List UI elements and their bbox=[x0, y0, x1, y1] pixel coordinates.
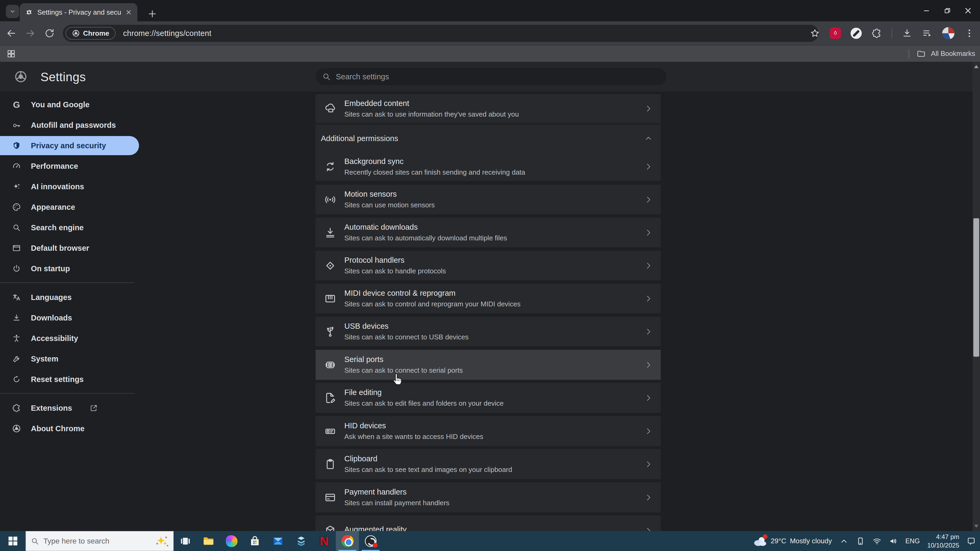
sidebar-item-privacy-and-security[interactable]: Privacy and security bbox=[0, 136, 139, 155]
tab-title: Settings - Privacy and security bbox=[37, 8, 121, 16]
weather-widget[interactable]: 29°C Mostly cloudy bbox=[753, 535, 832, 547]
permission-row-background-sync[interactable]: Background sync Recently closed sites ca… bbox=[316, 152, 661, 181]
sidebar-item-accessibility[interactable]: Accessibility bbox=[0, 329, 139, 348]
start-button[interactable] bbox=[0, 531, 25, 551]
permission-desc: Sites can ask to control and reprogram y… bbox=[344, 300, 644, 308]
section-additional-permissions[interactable]: Additional permissions bbox=[316, 125, 661, 152]
window-close-button[interactable] bbox=[958, 0, 978, 21]
permission-row-automatic-downloads[interactable]: Automatic downloads Sites can ask to aut… bbox=[316, 218, 661, 247]
bookmarks-bar: All Bookmarks bbox=[0, 45, 980, 62]
scrollbar-down-arrow-icon[interactable] bbox=[974, 525, 978, 528]
window-restore-button[interactable] bbox=[937, 0, 958, 21]
sidebar-item-default-browser[interactable]: Default browser bbox=[0, 238, 139, 258]
shield-icon bbox=[12, 141, 21, 151]
chrome-icon bbox=[341, 535, 354, 547]
permission-title: USB devices bbox=[344, 322, 644, 330]
taskbar-search-box[interactable] bbox=[25, 531, 173, 551]
permission-row-file-editing[interactable]: File editing Sites can ask to edit files… bbox=[316, 383, 661, 413]
page-scrollbar[interactable] bbox=[972, 62, 980, 531]
permission-row-hid-devices[interactable]: HID devices Ask when a site wants to acc… bbox=[316, 416, 661, 446]
taskbar-search-input[interactable] bbox=[43, 537, 151, 545]
sidebar-item-ai-innovations[interactable]: AI innovations bbox=[0, 177, 139, 196]
extension-circle-icon[interactable] bbox=[851, 28, 862, 39]
taskbar-app-shield[interactable] bbox=[290, 531, 313, 551]
download-icon bbox=[12, 313, 21, 322]
scrollbar-up-arrow-icon[interactable] bbox=[974, 65, 978, 68]
media-list-icon[interactable] bbox=[922, 28, 932, 39]
copilot-icon bbox=[226, 535, 237, 547]
tab-search-button[interactable] bbox=[6, 5, 19, 18]
permission-row-embedded-content[interactable]: Embedded content Sites can ask to use in… bbox=[316, 94, 661, 123]
permission-row-midi[interactable]: MIDI device control & reprogram Sites ca… bbox=[316, 284, 661, 313]
sidebar-item-on-startup[interactable]: On startup bbox=[0, 259, 139, 278]
sidebar-item-reset-settings[interactable]: Reset settings bbox=[0, 370, 139, 389]
settings-search-input[interactable] bbox=[336, 72, 660, 81]
background-sync-icon bbox=[324, 160, 336, 173]
taskbar-app-chrome[interactable] bbox=[336, 531, 359, 551]
taskbar-app-file-explorer[interactable] bbox=[197, 531, 220, 551]
apps-grid-icon[interactable] bbox=[6, 49, 16, 59]
netflix-icon: N bbox=[320, 534, 329, 548]
permission-row-clipboard[interactable]: Clipboard Sites can ask to see text and … bbox=[316, 449, 661, 479]
taskbar-app-mail[interactable] bbox=[266, 531, 290, 551]
downloads-icon[interactable] bbox=[902, 28, 912, 39]
new-tab-button[interactable] bbox=[144, 6, 160, 22]
permission-row-motion-sensors[interactable]: Motion sensors Sites can use motion sens… bbox=[316, 185, 661, 214]
permission-row-serial-ports[interactable]: Serial ports Sites can ask to connect to… bbox=[316, 350, 661, 380]
chevron-right-icon bbox=[644, 195, 653, 204]
sidebar-item-system[interactable]: System bbox=[0, 349, 139, 368]
back-button[interactable] bbox=[5, 27, 17, 39]
permission-title: Payment handlers bbox=[344, 487, 644, 497]
reload-button[interactable] bbox=[44, 27, 56, 39]
hidden-icons-chevron[interactable] bbox=[839, 537, 848, 546]
taskbar-app-obs[interactable] bbox=[359, 531, 382, 551]
sidebar-item-you-and-google[interactable]: G You and Google bbox=[0, 95, 139, 114]
sidebar-item-search-engine[interactable]: Search engine bbox=[0, 218, 139, 237]
all-bookmarks-button[interactable]: All Bookmarks bbox=[908, 49, 975, 58]
permission-row-payment-handlers[interactable]: Payment handlers Sites can install payme… bbox=[316, 482, 661, 513]
taskbar-app-copilot[interactable] bbox=[220, 531, 243, 551]
settings-sidebar: G You and Google Autofill and passwords … bbox=[0, 95, 139, 440]
clock[interactable]: 4:47 pm 10/10/2025 bbox=[927, 533, 959, 549]
permission-desc: Sites can ask to see text and images on … bbox=[344, 465, 644, 474]
permission-row-augmented-reality[interactable]: Augmented reality bbox=[316, 516, 661, 531]
extensions-puzzle-icon[interactable] bbox=[871, 28, 882, 39]
sidebar-item-appearance[interactable]: Appearance bbox=[0, 197, 139, 217]
profile-avatar[interactable] bbox=[942, 27, 955, 40]
sidebar-item-about-chrome[interactable]: About Chrome bbox=[0, 419, 139, 438]
reset-icon bbox=[12, 375, 21, 384]
sidebar-item-performance[interactable]: Performance bbox=[0, 157, 139, 176]
omnibox[interactable]: Chrome chrome://settings/content bbox=[63, 25, 819, 42]
sidebar-item-languages[interactable]: Languages bbox=[0, 288, 139, 307]
tab-close-icon[interactable] bbox=[125, 9, 132, 16]
clock-date: 10/10/2025 bbox=[927, 541, 959, 549]
settings-search-box[interactable] bbox=[316, 68, 667, 85]
notifications-icon[interactable] bbox=[967, 537, 976, 546]
sidebar-item-extensions[interactable]: Extensions bbox=[0, 399, 139, 418]
taskbar-app-netflix[interactable]: N bbox=[313, 531, 336, 551]
menu-kebab-icon[interactable] bbox=[964, 28, 975, 39]
taskbar-app-task-view[interactable] bbox=[173, 531, 197, 551]
device-icon[interactable] bbox=[856, 537, 865, 546]
permission-row-usb-devices[interactable]: USB devices Sites can ask to connect to … bbox=[316, 317, 661, 346]
sidebar-item-downloads[interactable]: Downloads bbox=[0, 308, 139, 327]
scrollbar-thumb[interactable] bbox=[973, 218, 979, 357]
forward-button[interactable] bbox=[24, 27, 36, 39]
window-controls bbox=[916, 0, 978, 21]
section-label: Additional permissions bbox=[321, 134, 644, 143]
language-indicator[interactable]: ENG bbox=[905, 537, 920, 545]
window-minimize-button[interactable] bbox=[916, 0, 937, 21]
sidebar-item-autofill[interactable]: Autofill and passwords bbox=[0, 116, 139, 135]
external-link-icon bbox=[90, 404, 98, 412]
hid-devices-icon bbox=[324, 425, 336, 437]
volume-icon[interactable] bbox=[889, 537, 898, 546]
network-icon[interactable] bbox=[872, 537, 881, 546]
permission-title: Clipboard bbox=[344, 454, 644, 463]
extension-red-icon[interactable] bbox=[830, 28, 841, 39]
url-chip[interactable]: Chrome bbox=[65, 27, 116, 40]
browser-tab[interactable]: Settings - Privacy and security bbox=[20, 3, 137, 21]
bookmark-star-icon[interactable] bbox=[810, 28, 820, 39]
taskbar-app-microsoft-store[interactable] bbox=[243, 531, 266, 551]
permission-row-protocol-handlers[interactable]: Protocol handlers Sites can ask to handl… bbox=[316, 251, 661, 280]
serial-port-icon bbox=[324, 359, 336, 371]
